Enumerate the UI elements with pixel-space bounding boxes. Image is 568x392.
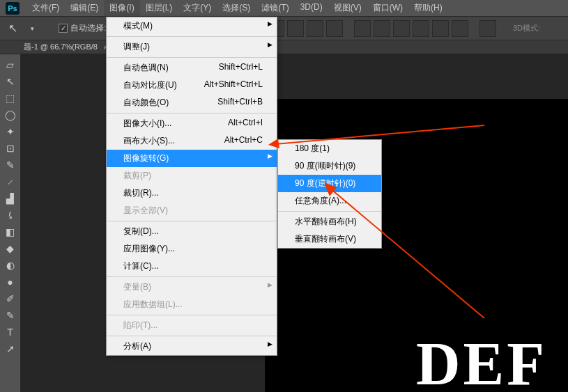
- submenu-item[interactable]: 任意角度(A)...: [278, 192, 381, 210]
- mode-button[interactable]: [479, 20, 496, 37]
- menu-item[interactable]: 模式(M)▶: [107, 17, 277, 35]
- menu-item[interactable]: 应用图像(Y)...: [107, 240, 277, 258]
- menu-文字(Y)[interactable]: 文字(Y): [178, 0, 217, 16]
- menubar: Ps 文件(F)编辑(E)图像(I)图层(L)文字(Y)选择(S)滤镜(T)3D…: [0, 0, 568, 17]
- distribute-button[interactable]: [374, 20, 390, 37]
- tool-icon[interactable]: ◐: [2, 258, 19, 273]
- tool-icon[interactable]: ✎: [2, 308, 19, 323]
- menu-3D(D)[interactable]: 3D(D): [295, 0, 328, 16]
- menu-滤镜(T)[interactable]: 滤镜(T): [256, 0, 294, 16]
- menu-图层(L)[interactable]: 图层(L): [140, 0, 178, 16]
- menu-视图(V)[interactable]: 视图(V): [328, 0, 367, 16]
- menu-item: 陷印(T)...: [107, 317, 277, 334]
- tool-icon[interactable]: ↗: [2, 341, 19, 356]
- tool-icon[interactable]: ↖: [2, 74, 19, 89]
- menu-帮助(H)[interactable]: 帮助(H): [408, 0, 448, 16]
- align-button[interactable]: [326, 20, 343, 37]
- distribute-button[interactable]: [452, 20, 468, 37]
- menu-item: 变量(B)▶: [107, 279, 277, 296]
- menu-item: 应用数据组(L)...: [107, 296, 277, 313]
- submenu-item[interactable]: 垂直翻转画布(V): [278, 230, 381, 248]
- app-logo: Ps: [6, 2, 20, 15]
- menu-item[interactable]: 分析(A)▶: [107, 338, 277, 355]
- align-button[interactable]: [307, 20, 323, 37]
- tool-icon[interactable]: ⟋: [2, 174, 19, 189]
- tool-icon[interactable]: ✐: [2, 291, 19, 306]
- canvas-text: DEF: [416, 329, 547, 392]
- tool-icon[interactable]: ⤹: [2, 207, 19, 223]
- tool-icon[interactable]: ⬚: [2, 91, 19, 106]
- align-button[interactable]: [287, 20, 304, 37]
- tool-icon[interactable]: ▟: [2, 191, 19, 206]
- menu-item[interactable]: 自动颜色(O)Shift+Ctrl+B: [107, 94, 277, 111]
- distribute-button[interactable]: [432, 20, 449, 37]
- tool-icon[interactable]: ▱: [2, 57, 19, 72]
- checkbox-icon[interactable]: [59, 24, 68, 33]
- distribute-button[interactable]: [393, 20, 410, 37]
- mode3d-label: 3D模式:: [513, 23, 540, 33]
- menu-item: 显示全部(V): [107, 202, 277, 219]
- menu-item[interactable]: 计算(C)...: [107, 258, 277, 275]
- menu-选择(S)[interactable]: 选择(S): [217, 0, 256, 16]
- submenu-item[interactable]: 90 度(逆时针)(0): [278, 175, 381, 192]
- document-tab[interactable]: 题-1 @ 66.7%(RGB/8 ×: [0, 40, 568, 54]
- submenu-item[interactable]: 90 度(顺时针)(9): [278, 157, 381, 175]
- tool-icon[interactable]: ✦: [2, 124, 19, 139]
- distribute-button[interactable]: [413, 20, 429, 37]
- tab-title: 题-1 @ 66.7%(RGB/8: [24, 42, 98, 52]
- distribute-button[interactable]: [354, 20, 371, 37]
- tool-icon[interactable]: ◆: [2, 241, 19, 256]
- dropdown-icon[interactable]: ▾: [25, 22, 39, 36]
- tool-icon[interactable]: ◧: [2, 224, 19, 240]
- rotate-submenu: 180 度(1)90 度(顺时针)(9)90 度(逆时针)(0)任意角度(A).…: [277, 139, 382, 249]
- menu-item[interactable]: 画布大小(S)...Alt+Ctrl+C: [107, 132, 277, 150]
- tool-icon[interactable]: ✎: [2, 157, 19, 173]
- menu-item[interactable]: 复制(D)...: [107, 223, 277, 240]
- submenu-item[interactable]: 180 度(1): [278, 140, 381, 157]
- tool-icon[interactable]: ⊡: [2, 141, 19, 156]
- auto-select-option[interactable]: 自动选择:: [59, 22, 106, 34]
- menu-item[interactable]: 图像旋转(G)▶: [107, 150, 277, 167]
- menu-文件(F)[interactable]: 文件(F): [26, 0, 65, 16]
- menu-图像(I)[interactable]: 图像(I): [104, 0, 139, 16]
- tool-icon[interactable]: ●: [2, 274, 19, 290]
- tool-icon[interactable]: T: [2, 324, 19, 340]
- tool-icon[interactable]: ◯: [2, 107, 19, 123]
- menu-item[interactable]: 图像大小(I)...Alt+Ctrl+I: [107, 115, 277, 132]
- options-bar: ↖ ▾ 自动选择: 3D模式:: [0, 17, 568, 40]
- menu-窗口(W)[interactable]: 窗口(W): [367, 0, 408, 16]
- move-tool-icon: ↖: [6, 22, 20, 36]
- menu-item[interactable]: 自动对比度(U)Alt+Shift+Ctrl+L: [107, 77, 277, 94]
- menu-item: 裁剪(P): [107, 167, 277, 185]
- submenu-item[interactable]: 水平翻转画布(H): [278, 213, 381, 230]
- menu-item[interactable]: 调整(J)▶: [107, 38, 277, 56]
- menu-item[interactable]: 裁切(R)...: [107, 185, 277, 202]
- menu-item[interactable]: 自动色调(N)Shift+Ctrl+L: [107, 59, 277, 77]
- image-menu-dropdown: 模式(M)▶调整(J)▶自动色调(N)Shift+Ctrl+L自动对比度(U)A…: [106, 17, 277, 356]
- auto-select-label: 自动选择:: [70, 22, 106, 34]
- tools-panel: ▱↖⬚◯✦⊡✎⟋▟⤹◧◆◐●✐✎T↗: [0, 54, 21, 392]
- menu-编辑(E)[interactable]: 编辑(E): [65, 0, 104, 16]
